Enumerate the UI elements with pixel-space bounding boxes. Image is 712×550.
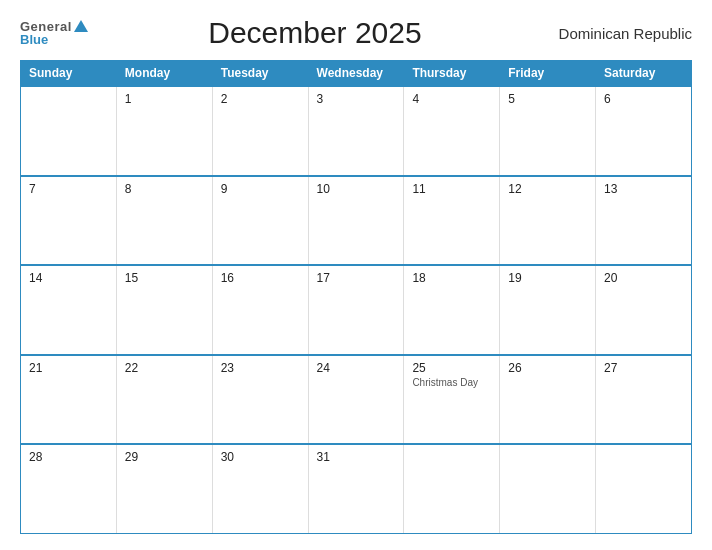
calendar-cell: 21: [21, 355, 117, 445]
weekday-header-saturday: Saturday: [596, 61, 692, 87]
day-number: 21: [29, 361, 108, 375]
calendar-table: SundayMondayTuesdayWednesdayThursdayFrid…: [20, 60, 692, 534]
day-number: 25: [412, 361, 491, 375]
day-number: 11: [412, 182, 491, 196]
day-number: 9: [221, 182, 300, 196]
calendar-cell: 24: [308, 355, 404, 445]
day-number: 16: [221, 271, 300, 285]
calendar-cell: 22: [116, 355, 212, 445]
calendar-cell: 1: [116, 86, 212, 176]
day-number: 24: [317, 361, 396, 375]
calendar-week-row: 2122232425Christmas Day2627: [21, 355, 692, 445]
day-number: 13: [604, 182, 683, 196]
calendar-week-row: 78910111213: [21, 176, 692, 266]
calendar-week-row: 123456: [21, 86, 692, 176]
calendar-cell: 2: [212, 86, 308, 176]
day-number: 7: [29, 182, 108, 196]
calendar-cell: 23: [212, 355, 308, 445]
day-number: 17: [317, 271, 396, 285]
calendar-cell: [404, 444, 500, 534]
calendar-cell: 25Christmas Day: [404, 355, 500, 445]
header: General Blue December 2025 Dominican Rep…: [20, 16, 692, 50]
calendar-cell: 5: [500, 86, 596, 176]
calendar-week-row: 28293031: [21, 444, 692, 534]
calendar-week-row: 14151617181920: [21, 265, 692, 355]
weekday-header-sunday: Sunday: [21, 61, 117, 87]
calendar-cell: 10: [308, 176, 404, 266]
day-number: 19: [508, 271, 587, 285]
calendar-cell: 13: [596, 176, 692, 266]
day-number: 3: [317, 92, 396, 106]
calendar-cell: 31: [308, 444, 404, 534]
calendar-cell: 4: [404, 86, 500, 176]
day-number: 5: [508, 92, 587, 106]
calendar-cell: 30: [212, 444, 308, 534]
weekday-header-tuesday: Tuesday: [212, 61, 308, 87]
day-number: 2: [221, 92, 300, 106]
calendar-cell: 27: [596, 355, 692, 445]
weekday-header-thursday: Thursday: [404, 61, 500, 87]
day-number: 6: [604, 92, 683, 106]
calendar-cell: [500, 444, 596, 534]
calendar-cell: 19: [500, 265, 596, 355]
logo-triangle-icon: [74, 20, 88, 32]
day-number: 23: [221, 361, 300, 375]
calendar-header: SundayMondayTuesdayWednesdayThursdayFrid…: [21, 61, 692, 87]
calendar-cell: 8: [116, 176, 212, 266]
calendar-cell: 18: [404, 265, 500, 355]
logo: General Blue: [20, 20, 88, 46]
day-number: 27: [604, 361, 683, 375]
calendar-cell: 26: [500, 355, 596, 445]
calendar-cell: 12: [500, 176, 596, 266]
calendar-cell: 17: [308, 265, 404, 355]
calendar-cell: 14: [21, 265, 117, 355]
calendar-body: 1234567891011121314151617181920212223242…: [21, 86, 692, 534]
calendar-cell: 7: [21, 176, 117, 266]
calendar-cell: 3: [308, 86, 404, 176]
day-number: 22: [125, 361, 204, 375]
calendar-cell: 9: [212, 176, 308, 266]
day-number: 12: [508, 182, 587, 196]
day-number: 18: [412, 271, 491, 285]
day-number: 28: [29, 450, 108, 464]
calendar-cell: 11: [404, 176, 500, 266]
event-label: Christmas Day: [412, 377, 491, 388]
country-label: Dominican Republic: [542, 25, 692, 42]
weekday-header-wednesday: Wednesday: [308, 61, 404, 87]
day-number: 20: [604, 271, 683, 285]
calendar-cell: 20: [596, 265, 692, 355]
day-number: 1: [125, 92, 204, 106]
calendar-title: December 2025: [88, 16, 542, 50]
day-number: 4: [412, 92, 491, 106]
calendar-cell: 28: [21, 444, 117, 534]
calendar-cell: 29: [116, 444, 212, 534]
day-number: 29: [125, 450, 204, 464]
day-number: 15: [125, 271, 204, 285]
weekday-header-friday: Friday: [500, 61, 596, 87]
calendar-cell: [21, 86, 117, 176]
logo-blue-text: Blue: [20, 33, 48, 46]
weekday-header-monday: Monday: [116, 61, 212, 87]
calendar-cell: [596, 444, 692, 534]
day-number: 14: [29, 271, 108, 285]
day-number: 8: [125, 182, 204, 196]
day-number: 30: [221, 450, 300, 464]
calendar-cell: 15: [116, 265, 212, 355]
day-number: 31: [317, 450, 396, 464]
calendar-cell: 6: [596, 86, 692, 176]
calendar-cell: 16: [212, 265, 308, 355]
weekday-header-row: SundayMondayTuesdayWednesdayThursdayFrid…: [21, 61, 692, 87]
day-number: 10: [317, 182, 396, 196]
day-number: 26: [508, 361, 587, 375]
